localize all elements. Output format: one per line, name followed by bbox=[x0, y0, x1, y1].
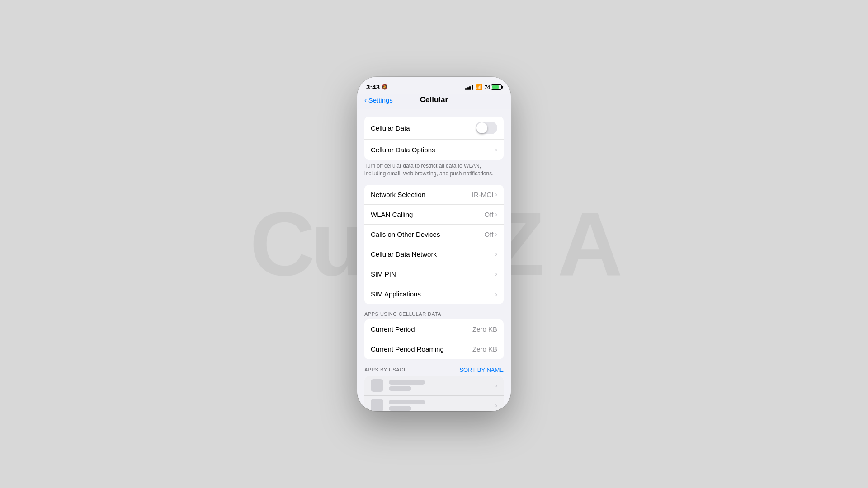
sim-applications-row[interactable]: SIM Applications › bbox=[364, 284, 504, 304]
cellular-data-toggle[interactable] bbox=[476, 122, 497, 134]
current-period-roaming-row[interactable]: Current Period Roaming Zero KB bbox=[364, 339, 504, 359]
cellular-data-label: Cellular Data bbox=[371, 124, 476, 132]
blurred-text-long-1 bbox=[389, 380, 425, 385]
cellular-data-network-row[interactable]: Cellular Data Network › bbox=[364, 244, 504, 264]
network-section: Network Selection IR-MCI › WLAN Calling … bbox=[357, 185, 511, 304]
network-selection-right: IR-MCI › bbox=[472, 191, 497, 198]
back-button[interactable]: ‹ Settings bbox=[364, 96, 393, 104]
battery-fill bbox=[492, 85, 499, 89]
signal-bar-1 bbox=[465, 88, 467, 90]
cellular-data-options-chevron-icon: › bbox=[495, 146, 497, 153]
current-period-roaming-value: Zero KB bbox=[472, 345, 497, 353]
cellular-data-network-right: › bbox=[495, 250, 497, 258]
cellular-data-network-chevron-icon: › bbox=[495, 250, 497, 258]
sim-pin-row[interactable]: SIM PIN › bbox=[364, 264, 504, 284]
wlan-calling-value: Off bbox=[485, 211, 494, 218]
sim-applications-chevron-icon: › bbox=[495, 291, 497, 298]
apps-by-usage-label: APPS BY USAGE bbox=[364, 367, 407, 372]
battery-body bbox=[491, 84, 502, 90]
calls-other-devices-right: Off › bbox=[485, 230, 497, 238]
sim-pin-label: SIM PIN bbox=[371, 270, 495, 278]
back-label: Settings bbox=[368, 96, 393, 104]
apps-by-usage-group: › › App Store WLA bbox=[364, 376, 504, 411]
network-selection-chevron-icon: › bbox=[495, 191, 497, 198]
signal-bars bbox=[465, 84, 473, 90]
wifi-icon: 📶 bbox=[475, 84, 482, 90]
cellular-data-section: Cellular Data Cellular Data Options › Tu… bbox=[357, 117, 511, 178]
sim-pin-right: › bbox=[495, 270, 497, 277]
blurred-text-long-2 bbox=[389, 400, 425, 404]
current-period-label: Current Period bbox=[371, 325, 472, 333]
wlan-calling-label: WLAN Calling bbox=[371, 211, 485, 218]
sim-applications-label: SIM Applications bbox=[371, 290, 495, 298]
blurred-row-2-chevron-icon: › bbox=[495, 402, 497, 409]
cellular-data-network-label: Cellular Data Network bbox=[371, 250, 495, 258]
nav-bar: ‹ Settings Cellular bbox=[357, 94, 511, 109]
cellular-data-options-row[interactable]: Cellular Data Options › bbox=[364, 140, 504, 160]
status-time: 3:43 🔕 bbox=[366, 83, 388, 91]
sort-by-name-button[interactable]: SORT BY NAME bbox=[459, 366, 504, 373]
phone-frame: 3:43 🔕 📶 74 ‹ Settings Cellular bbox=[357, 77, 511, 411]
calls-other-devices-label: Calls on Other Devices bbox=[371, 230, 485, 238]
calls-other-devices-value: Off bbox=[485, 230, 494, 238]
wlan-calling-right: Off › bbox=[485, 211, 497, 218]
silent-icon: 🔕 bbox=[382, 84, 388, 90]
blurred-text-short-2 bbox=[389, 406, 411, 411]
blurred-app-info-2 bbox=[389, 400, 495, 411]
network-selection-label: Network Selection bbox=[371, 191, 472, 198]
cellular-data-footer: Turn off cellular data to restrict all d… bbox=[357, 160, 511, 178]
blurred-text-short-1 bbox=[389, 386, 411, 391]
blurred-app-icon-2 bbox=[371, 399, 383, 411]
signal-bar-3 bbox=[469, 86, 471, 90]
sim-applications-right: › bbox=[495, 291, 497, 298]
apps-using-cellular-group: Current Period Zero KB Current Period Ro… bbox=[364, 319, 504, 359]
cellular-data-options-right: › bbox=[495, 146, 497, 153]
current-period-roaming-label: Current Period Roaming bbox=[371, 345, 472, 353]
blurred-row-1-chevron-icon: › bbox=[495, 382, 497, 389]
signal-bar-4 bbox=[472, 85, 473, 90]
blurred-app-info-1 bbox=[389, 380, 495, 391]
status-icons: 📶 74 bbox=[465, 84, 502, 90]
apps-using-cellular-header: APPS USING CELLULAR DATA bbox=[357, 304, 511, 319]
blurred-app-icon-1 bbox=[371, 379, 383, 392]
cellular-data-toggle-row[interactable]: Cellular Data bbox=[364, 117, 504, 140]
calls-other-devices-chevron-icon: › bbox=[495, 230, 497, 238]
scroll-content[interactable]: Cellular Data Cellular Data Options › Tu… bbox=[357, 109, 511, 411]
back-chevron-icon: ‹ bbox=[364, 96, 367, 104]
battery-percent: 74 bbox=[485, 84, 490, 90]
cellular-data-options-label: Cellular Data Options bbox=[371, 146, 495, 154]
cellular-data-group: Cellular Data Cellular Data Options › bbox=[364, 117, 504, 160]
current-period-right: Zero KB bbox=[472, 325, 497, 333]
battery-indicator: 74 bbox=[485, 84, 502, 90]
calls-other-devices-row[interactable]: Calls on Other Devices Off › bbox=[364, 225, 504, 244]
signal-bar-2 bbox=[467, 87, 469, 90]
sim-pin-chevron-icon: › bbox=[495, 270, 497, 277]
network-selection-row[interactable]: Network Selection IR-MCI › bbox=[364, 185, 504, 205]
blurred-app-row-2[interactable]: › bbox=[364, 396, 504, 411]
toggle-thumb bbox=[476, 122, 487, 133]
current-period-roaming-right: Zero KB bbox=[472, 345, 497, 353]
apps-by-usage-header-row: APPS BY USAGE SORT BY NAME bbox=[357, 359, 511, 376]
network-selection-value: IR-MCI bbox=[472, 191, 494, 198]
wlan-calling-chevron-icon: › bbox=[495, 211, 497, 218]
network-list-group: Network Selection IR-MCI › WLAN Calling … bbox=[364, 185, 504, 304]
wlan-calling-row[interactable]: WLAN Calling Off › bbox=[364, 205, 504, 225]
blurred-app-row-1[interactable]: › bbox=[364, 376, 504, 396]
page-title: Cellular bbox=[420, 95, 448, 104]
time-text: 3:43 bbox=[366, 83, 380, 91]
current-period-row[interactable]: Current Period Zero KB bbox=[364, 319, 504, 339]
status-bar: 3:43 🔕 📶 74 bbox=[357, 77, 511, 94]
current-period-value: Zero KB bbox=[472, 325, 497, 333]
